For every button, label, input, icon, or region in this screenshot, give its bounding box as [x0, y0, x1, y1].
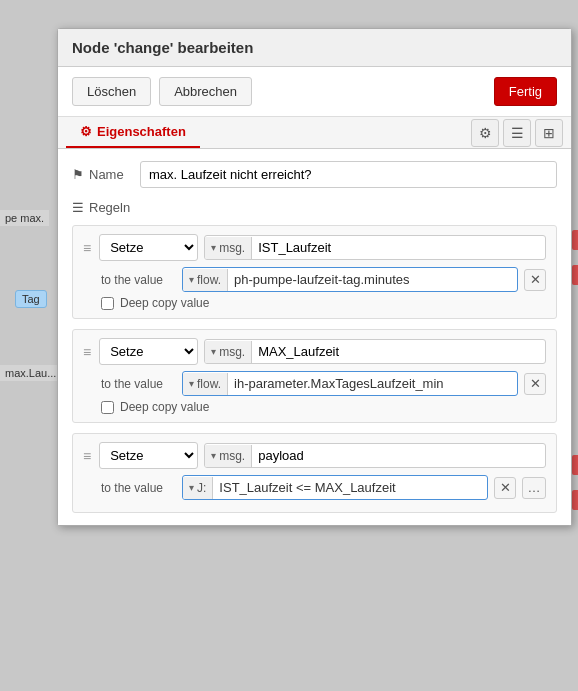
rule-1-top-row: ≡ Setze Ändere Lösche Verschiebe ▾ msg. [83, 234, 546, 261]
rule-2-prefix-text: msg. [219, 345, 245, 359]
rule-3-target-input[interactable] [252, 444, 545, 467]
rule-2-value-chevron: ▾ [189, 378, 194, 389]
rule-1-value-prefix-text: flow. [197, 273, 221, 287]
delete-button[interactable]: Löschen [72, 77, 151, 106]
tab-icons: ⚙ ☰ ⊞ [471, 119, 563, 147]
rule-2-deep-copy-row: Deep copy value [101, 400, 546, 414]
rule-1-action-select[interactable]: Setze Ändere Lösche Verschiebe [99, 234, 198, 261]
rule-2-to-value-label: to the value [101, 377, 176, 391]
tab-icon-list[interactable]: ☰ [503, 119, 531, 147]
rule-3-prefix-text: msg. [219, 449, 245, 463]
dialog-header: Node 'change' bearbeiten [58, 29, 571, 67]
rule-block-2: ≡ Setze Ändere Lösche Verschiebe ▾ msg. [72, 329, 557, 423]
rule-1-delete-button[interactable]: ✕ [524, 269, 546, 291]
rule-1-value-group: ▾ flow. [182, 267, 518, 292]
rule-2-deep-copy-label: Deep copy value [120, 400, 209, 414]
rule-3-target-prefix[interactable]: ▾ msg. [205, 445, 252, 467]
rule-3-value-prefix-text: J: [197, 481, 206, 495]
rule-2-prefix-chevron: ▾ [211, 346, 216, 357]
rule-1-deep-copy-checkbox[interactable] [101, 297, 114, 310]
rule-1-value-row: to the value ▾ flow. ✕ [101, 267, 546, 292]
name-icon: ⚑ [72, 167, 84, 182]
dialog-buttons-row: Löschen Abbrechen Fertig [58, 67, 571, 117]
rule-1-deep-copy-label: Deep copy value [120, 296, 209, 310]
dialog-title: Node 'change' bearbeiten [72, 39, 253, 56]
rule-1-value-input[interactable] [228, 268, 517, 291]
bg-node-label-2: max.Lau... [0, 365, 61, 381]
rule-3-prefix-chevron: ▾ [211, 450, 216, 461]
name-label: ⚑ Name [72, 167, 132, 182]
rule-2-action-select[interactable]: Setze Ändere Lösche Verschiebe [99, 338, 198, 365]
rule-1-target-group: ▾ msg. [204, 235, 546, 260]
rule-3-value-input[interactable] [213, 476, 487, 499]
tabs-row: ⚙ Eigenschaften ⚙ ☰ ⊞ [58, 117, 571, 149]
rule-3-value-row: to the value ▾ J: ✕ … [101, 475, 546, 500]
rule-2-value-row: to the value ▾ flow. ✕ [101, 371, 546, 396]
rule-1-target-input[interactable] [252, 236, 545, 259]
cancel-button[interactable]: Abbrechen [159, 77, 252, 106]
rule-3-delete-button[interactable]: ✕ [494, 477, 516, 499]
dialog-body: ⚑ Name ☰ Regeln ≡ Setze Ändere Lösche Ve… [58, 149, 571, 525]
bg-node-label-1: pe max. [0, 210, 49, 226]
rule-3-value-prefix[interactable]: ▾ J: [183, 477, 213, 499]
rule-1-prefix-chevron: ▾ [211, 242, 216, 253]
sidebar-indicator-1 [572, 230, 578, 250]
rule-2-top-row: ≡ Setze Ändere Lösche Verschiebe ▾ msg. [83, 338, 546, 365]
rule-3-action-select[interactable]: Setze Ändere Lösche Verschiebe [99, 442, 198, 469]
rule-3-drag-handle[interactable]: ≡ [83, 448, 91, 464]
rule-1-value-chevron: ▾ [189, 274, 194, 285]
tab-properties[interactable]: ⚙ Eigenschaften [66, 117, 200, 148]
sidebar-indicator-4 [572, 490, 578, 510]
done-button[interactable]: Fertig [494, 77, 557, 106]
tab-properties-label: Eigenschaften [97, 124, 186, 139]
rule-2-delete-button[interactable]: ✕ [524, 373, 546, 395]
rule-3-value-group: ▾ J: [182, 475, 488, 500]
rule-1-value-prefix[interactable]: ▾ flow. [183, 269, 228, 291]
rule-3-value-chevron: ▾ [189, 482, 194, 493]
tab-icon-gear[interactable]: ⚙ [471, 119, 499, 147]
rule-2-target-group: ▾ msg. [204, 339, 546, 364]
dialog: Node 'change' bearbeiten Löschen Abbrech… [57, 28, 572, 526]
rule-2-value-input[interactable] [228, 372, 517, 395]
rules-section-label: ☰ Regeln [72, 200, 557, 215]
rule-2-target-prefix[interactable]: ▾ msg. [205, 341, 252, 363]
rule-3-top-row: ≡ Setze Ändere Lösche Verschiebe ▾ msg. [83, 442, 546, 469]
name-input[interactable] [140, 161, 557, 188]
gear-icon-tab: ⚙ [80, 124, 92, 139]
tab-icon-table[interactable]: ⊞ [535, 119, 563, 147]
rules-icon: ☰ [72, 200, 84, 215]
rule-block-3: ≡ Setze Ändere Lösche Verschiebe ▾ msg. [72, 433, 557, 513]
rule-3-more-button[interactable]: … [522, 477, 546, 499]
rule-2-value-prefix[interactable]: ▾ flow. [183, 373, 228, 395]
rule-1-to-value-label: to the value [101, 273, 176, 287]
rule-1-deep-copy-row: Deep copy value [101, 296, 546, 310]
rule-2-value-prefix-text: flow. [197, 377, 221, 391]
rule-1-target-prefix[interactable]: ▾ msg. [205, 237, 252, 259]
rules-container: ≡ Setze Ändere Lösche Verschiebe ▾ msg. [72, 225, 557, 513]
sidebar-indicator-2 [572, 265, 578, 285]
rule-3-target-group: ▾ msg. [204, 443, 546, 468]
rule-2-value-group: ▾ flow. [182, 371, 518, 396]
rule-1-drag-handle[interactable]: ≡ [83, 240, 91, 256]
bg-node-tag: Tag [15, 290, 47, 308]
sidebar-indicator-3 [572, 455, 578, 475]
rule-1-prefix-text: msg. [219, 241, 245, 255]
rule-block-1: ≡ Setze Ändere Lösche Verschiebe ▾ msg. [72, 225, 557, 319]
rule-3-to-value-label: to the value [101, 481, 176, 495]
rule-2-target-input[interactable] [252, 340, 545, 363]
rule-2-drag-handle[interactable]: ≡ [83, 344, 91, 360]
rule-2-deep-copy-checkbox[interactable] [101, 401, 114, 414]
name-field-row: ⚑ Name [72, 161, 557, 188]
